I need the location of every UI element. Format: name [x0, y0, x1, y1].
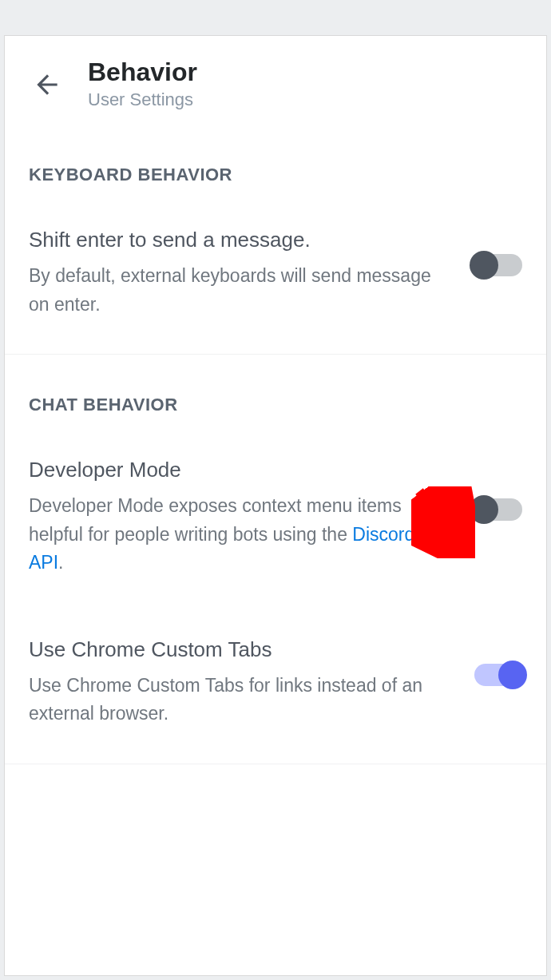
- page-subtitle: User Settings: [88, 89, 197, 110]
- header: Behavior User Settings: [5, 36, 546, 125]
- arrow-left-icon: [32, 69, 62, 100]
- divider: [5, 764, 546, 764]
- title-block: Behavior User Settings: [88, 58, 197, 110]
- chrome-tabs-toggle[interactable]: [474, 664, 522, 686]
- back-button[interactable]: [27, 65, 67, 105]
- toggle-knob: [470, 495, 498, 524]
- desc-pre: Developer Mode exposes context menu item…: [29, 495, 402, 545]
- desc-post: .: [58, 552, 63, 573]
- row-developer-mode[interactable]: Developer Mode Developer Mode exposes co…: [5, 415, 546, 613]
- section-chat-heading: CHAT BEHAVIOR: [5, 355, 546, 415]
- shift-enter-toggle[interactable]: [474, 254, 522, 276]
- row-desc: By default, external keyboards will send…: [29, 262, 450, 319]
- settings-screen: Behavior User Settings KEYBOARD BEHAVIOR…: [4, 35, 547, 976]
- row-text: Developer Mode Developer Mode exposes co…: [29, 457, 450, 577]
- row-title: Shift enter to send a message.: [29, 227, 450, 254]
- toggle-knob: [498, 661, 527, 689]
- row-chrome-tabs[interactable]: Use Chrome Custom Tabs Use Chrome Custom…: [5, 613, 546, 764]
- row-desc: Developer Mode exposes context menu item…: [29, 492, 450, 577]
- row-desc: Use Chrome Custom Tabs for links instead…: [29, 672, 450, 728]
- toggle-knob: [470, 251, 498, 280]
- section-keyboard-heading: KEYBOARD BEHAVIOR: [5, 125, 546, 185]
- row-title: Use Chrome Custom Tabs: [29, 637, 450, 664]
- developer-mode-toggle[interactable]: [474, 498, 522, 521]
- row-text: Use Chrome Custom Tabs Use Chrome Custom…: [29, 637, 450, 728]
- row-text: Shift enter to send a message. By defaul…: [29, 227, 450, 319]
- row-shift-enter[interactable]: Shift enter to send a message. By defaul…: [5, 185, 546, 354]
- page-title: Behavior: [88, 58, 197, 86]
- row-title: Developer Mode: [29, 457, 450, 484]
